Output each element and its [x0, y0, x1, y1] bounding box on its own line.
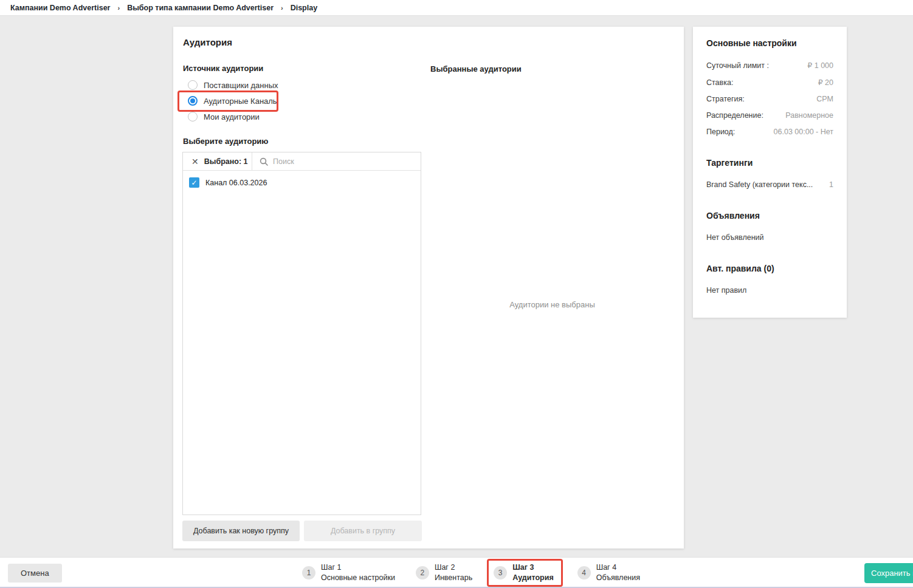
breadcrumb-item-campaigns[interactable]: Кампании Demo Advertiser [10, 4, 110, 12]
step-3-audience[interactable]: 3 Шаг 3 Аудитория [494, 562, 554, 583]
step-number-badge: 2 [416, 566, 429, 579]
row-value: Равномерное [785, 111, 833, 120]
breadcrumb-item-display[interactable]: Display [291, 4, 317, 12]
breadcrumb-item-campaign-type[interactable]: Выбор типа кампании Demo Advertiser [127, 4, 274, 12]
radio-my-audiences[interactable]: Мои аудитории [188, 111, 260, 123]
radio-label: Поставщики данных [204, 81, 278, 90]
add-as-new-group-button[interactable]: Добавить как новую группу [182, 521, 300, 541]
add-to-group-button[interactable]: Добавить в группу [304, 521, 422, 541]
row-value: CPM [816, 95, 833, 103]
summary-row-strategy: Стратегия: CPM [706, 95, 833, 103]
summary-row-daily-limit: Суточный лимит : ₽ 1 000 [706, 61, 833, 70]
search-input[interactable] [273, 157, 415, 166]
summary-row-brand-safety: Brand Safety (категории текс... 1 [706, 180, 833, 189]
summary-auto-rules-title: Авт. правила (0) [706, 264, 833, 273]
radio-data-providers[interactable]: Поставщики данных [188, 79, 278, 91]
step-number-badge: 4 [577, 566, 591, 579]
selected-count-label: Выбрано: 1 [204, 157, 248, 166]
cancel-button[interactable]: Отмена [8, 564, 62, 583]
step-2-inventory[interactable]: 2 Шаг 2 Инвентарь [416, 562, 472, 583]
summary-row-period: Период: 06.03 00:00 - Нет [706, 128, 833, 136]
step-label: Шаг 4 Объявления [596, 562, 640, 583]
wizard-footer: Отмена 1 Шаг 1 Основные настройки 2 Шаг … [0, 557, 913, 588]
selected-audiences-empty-text: Аудитории не выбраны [430, 300, 674, 309]
row-value: 06.03 00:00 - Нет [774, 128, 833, 136]
chevron-right-icon: › [117, 4, 120, 12]
summary-ads-title: Объявления [706, 211, 833, 220]
chevron-right-icon: › [281, 4, 283, 12]
audience-list-item[interactable]: ✓ Канал 06.03.2026 [183, 171, 421, 188]
summary-ads-empty: Нет объявлений [706, 233, 833, 242]
radio-audience-channels[interactable]: Аудиторные Каналы [188, 95, 278, 107]
step-4-ads[interactable]: 4 Шаг 4 Объявления [577, 562, 640, 583]
breadcrumb: Кампании Demo Advertiser › Выбор типа ка… [0, 0, 913, 16]
step-number-badge: 3 [494, 566, 507, 579]
pick-audience-label: Выберите аудиторию [183, 137, 268, 146]
step-number-badge: 1 [302, 566, 315, 579]
search-box[interactable] [252, 152, 421, 170]
campaign-summary-panel: Основные настройки Суточный лимит : ₽ 1 … [693, 27, 847, 318]
radio-icon[interactable] [188, 112, 198, 121]
row-value: ₽ 20 [818, 78, 833, 87]
row-value: ₽ 1 000 [807, 61, 833, 70]
summary-targetings-title: Таргетинги [706, 158, 833, 168]
row-label: Стратегия: [706, 95, 745, 103]
summary-auto-rules-empty: Нет правил [706, 286, 833, 295]
summary-row-bid: Ставка: ₽ 20 [706, 78, 833, 87]
row-label: Суточный лимит : [706, 61, 769, 70]
row-label: Распределение: [706, 111, 763, 120]
radio-selected-icon[interactable] [188, 96, 198, 106]
audience-source-label: Источник аудитории [183, 64, 263, 73]
audience-listbox: ✕ Выбрано: 1 ✓ Канал 06.03.2026 [182, 152, 421, 515]
checkbox-checked-icon[interactable]: ✓ [189, 177, 199, 188]
listbox-toolbar: ✕ Выбрано: 1 [183, 152, 421, 171]
radio-icon[interactable] [188, 80, 198, 90]
wizard-steps: 1 Шаг 1 Основные настройки 2 Шаг 2 Инвен… [302, 558, 640, 588]
summary-row-distribution: Распределение: Равномерное [706, 111, 833, 120]
radio-label: Аудиторные Каналы [204, 97, 278, 106]
step-label: Шаг 1 Основные настройки [321, 562, 395, 583]
selected-audiences-label: Выбранные аудитории [430, 64, 522, 74]
row-label: Ставка: [706, 78, 733, 87]
step-label: Шаг 2 Инвентарь [435, 562, 472, 583]
audience-panel: Аудитория Источник аудитории Поставщики … [173, 27, 684, 549]
radio-label: Мои аудитории [204, 112, 260, 121]
close-icon[interactable]: ✕ [191, 157, 199, 166]
row-value: 1 [829, 180, 833, 189]
row-label: Период: [706, 128, 735, 136]
audience-item-label: Канал 06.03.2026 [205, 179, 267, 187]
clear-selection-button[interactable]: ✕ Выбрано: 1 [183, 152, 252, 170]
search-icon [260, 157, 268, 166]
step-label: Шаг 3 Аудитория [512, 562, 554, 583]
row-label: Brand Safety (категории текс... [706, 180, 813, 189]
annotation-box-step-3: 3 Шаг 3 Аудитория [487, 559, 563, 587]
step-1-basic-settings[interactable]: 1 Шаг 1 Основные настройки [302, 562, 395, 583]
summary-settings-title: Основные настройки [706, 38, 833, 48]
save-button[interactable]: Сохранить и [864, 563, 913, 583]
page-title: Аудитория [183, 37, 232, 47]
